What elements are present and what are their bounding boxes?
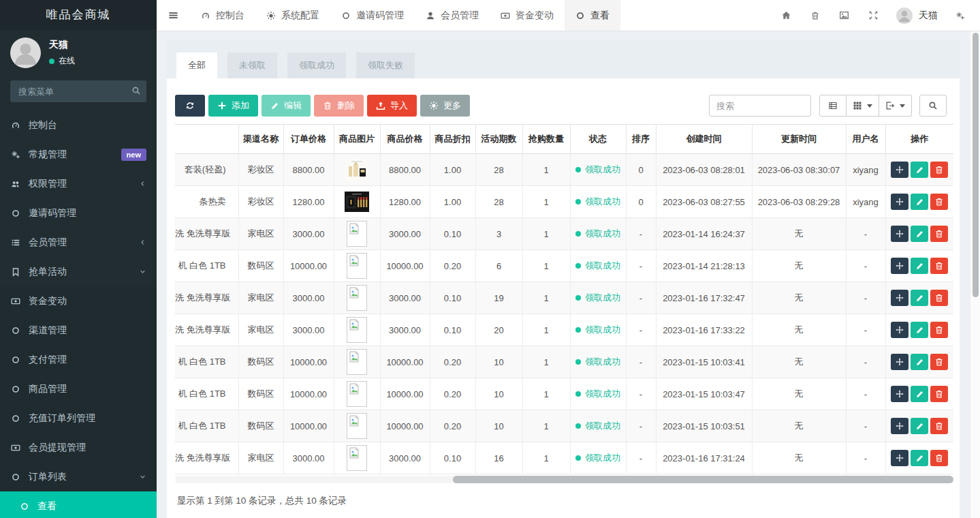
sidebar-item[interactable]: 资金变动: [0, 286, 157, 316]
row-edit-button[interactable]: [911, 418, 928, 434]
sidebar-item[interactable]: 渠道管理: [0, 316, 157, 345]
status-badge: 领取成功: [575, 452, 620, 464]
sidebar-item[interactable]: 支付管理: [0, 345, 157, 374]
user-menu[interactable]: 天猫: [888, 7, 946, 24]
move-button[interactable]: [891, 386, 908, 402]
row-edit-button[interactable]: [911, 162, 928, 178]
table-row: 洗 免洗尊享版家电区3000.003000.000.10201领取成功-2023…: [175, 314, 953, 346]
topnav-item[interactable]: 资金变动: [490, 0, 565, 31]
move-button[interactable]: [891, 354, 908, 370]
export-button[interactable]: [879, 95, 912, 117]
quantity-cell: 1: [522, 282, 570, 314]
row-edit-button[interactable]: [911, 258, 928, 274]
sidebar-menu: 控制台 常规管理new 权限管理 邀请码管理 会员管理 抢单活动 资金变动 渠道…: [0, 110, 157, 518]
home-icon[interactable]: [772, 10, 801, 20]
refresh-button[interactable]: [175, 95, 205, 117]
move-button[interactable]: [891, 194, 908, 210]
row-delete-button[interactable]: [930, 418, 948, 434]
row-delete-button[interactable]: [930, 194, 948, 210]
fullscreen-icon[interactable]: [859, 10, 888, 20]
sidebar-item[interactable]: 抢单活动: [0, 257, 157, 286]
topnav-item[interactable]: 系统配置: [255, 0, 330, 31]
circle-icon: [575, 11, 585, 20]
money-icon: [10, 296, 21, 306]
more-button-label: 更多: [443, 100, 461, 112]
detail-view-icon: [828, 101, 838, 110]
product-image-cell: [334, 442, 380, 474]
vertical-scrollbar-thumb[interactable]: [973, 33, 979, 297]
row-delete-button[interactable]: [930, 354, 948, 370]
actions-cell: [885, 250, 953, 282]
import-button[interactable]: 导入: [367, 95, 417, 117]
sidebar-item[interactable]: 常规管理new: [0, 140, 157, 169]
row-edit-button[interactable]: [911, 386, 928, 402]
row-delete-button[interactable]: [930, 290, 948, 306]
move-button[interactable]: [891, 226, 908, 242]
row-edit-button[interactable]: [911, 450, 928, 466]
search-icon[interactable]: [131, 86, 141, 95]
column-header: 商品图片: [334, 125, 380, 154]
order-price-cell: 8800.00: [283, 154, 334, 186]
sidebar-item[interactable]: 充值订单列管理: [0, 403, 157, 433]
edit-button[interactable]: 编辑: [262, 95, 311, 117]
row-delete-button[interactable]: [930, 226, 948, 242]
sidebar-item[interactable]: 查看: [0, 491, 157, 518]
row-delete-button[interactable]: [930, 322, 948, 338]
vertical-scrollbar[interactable]: [970, 31, 980, 518]
move-button[interactable]: [891, 418, 908, 434]
table-search-input[interactable]: [709, 95, 811, 117]
tab[interactable]: 全部: [176, 52, 217, 78]
search-toggle-button[interactable]: [919, 95, 947, 117]
created-time-cell: 2023-01-15 10:03:47: [656, 378, 752, 410]
username-cell: -: [846, 218, 885, 250]
row-edit-button[interactable]: [911, 354, 928, 370]
row-delete-button[interactable]: [930, 162, 948, 178]
sidebar-item[interactable]: 订单列表: [0, 462, 157, 491]
sidebar-item-label: 邀请码管理: [29, 207, 76, 219]
horizontal-scrollbar-thumb[interactable]: [453, 476, 953, 483]
sidebar-item[interactable]: 权限管理: [0, 169, 157, 198]
trash-icon: [934, 357, 944, 367]
move-button[interactable]: [891, 258, 908, 274]
row-edit-button[interactable]: [911, 194, 928, 210]
row-edit-button[interactable]: [911, 226, 928, 242]
topnav-item[interactable]: 控制台: [190, 0, 255, 31]
tab[interactable]: 未领取: [227, 52, 277, 78]
settings-gears-icon[interactable]: [946, 11, 975, 20]
sort-cell: -: [626, 314, 656, 346]
move-button[interactable]: [891, 162, 908, 178]
move-button[interactable]: [891, 290, 908, 306]
trash-icon[interactable]: [801, 11, 829, 20]
move-button[interactable]: [891, 450, 908, 466]
row-delete-button[interactable]: [930, 450, 948, 466]
delete-button[interactable]: 删除: [314, 95, 364, 117]
detail-view-button[interactable]: [819, 95, 847, 117]
columns-button[interactable]: [847, 95, 879, 117]
pencil-icon: [915, 358, 924, 367]
plus-icon: [217, 101, 227, 110]
column-header: 操作: [885, 125, 953, 154]
sidebar-item[interactable]: 邀请码管理: [0, 198, 157, 228]
topnav-item[interactable]: 查看: [565, 0, 620, 31]
row-edit-button[interactable]: [911, 322, 928, 338]
image-icon[interactable]: [829, 10, 859, 20]
sidebar-item[interactable]: 会员管理: [0, 228, 157, 257]
sidebar-item[interactable]: 控制台: [0, 110, 157, 140]
hamburger-menu-icon[interactable]: [157, 0, 190, 31]
move-button[interactable]: [891, 322, 908, 338]
horizontal-scrollbar[interactable]: [175, 476, 953, 483]
sidebar-search-input[interactable]: [10, 80, 146, 102]
topnav-item[interactable]: 会员管理: [415, 0, 490, 31]
tab[interactable]: 领取成功: [287, 52, 346, 78]
more-button[interactable]: 更多: [420, 95, 470, 117]
column-header: 活动期数: [475, 125, 522, 154]
add-button[interactable]: 添加: [208, 95, 258, 117]
row-delete-button[interactable]: [930, 386, 948, 402]
row-edit-button[interactable]: [911, 290, 928, 306]
topnav-item[interactable]: 邀请码管理: [330, 0, 415, 31]
status-badge: 领取成功: [575, 356, 620, 368]
sidebar-item[interactable]: 会员提现管理: [0, 433, 157, 462]
tab[interactable]: 领取失败: [356, 52, 415, 78]
sidebar-item[interactable]: 商品管理: [0, 374, 157, 403]
row-delete-button[interactable]: [930, 258, 948, 274]
